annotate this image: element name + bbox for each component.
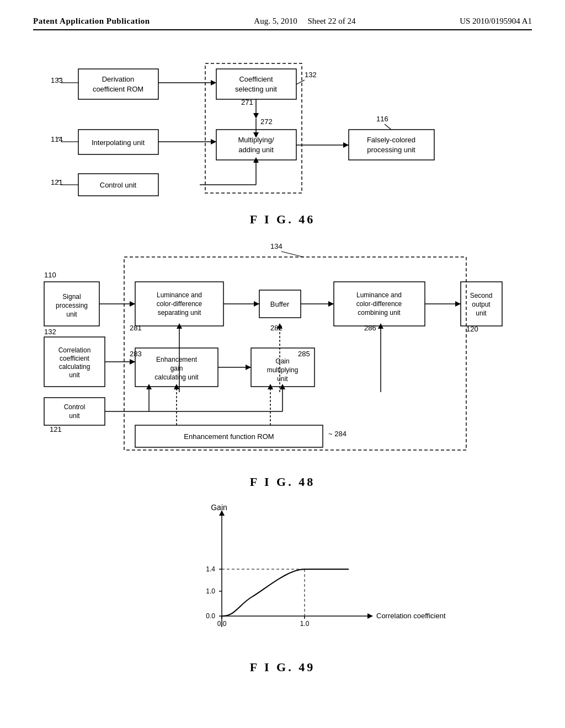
svg-text:⌐: ⌐ <box>57 176 61 184</box>
fig48-label: F I G. 48 <box>33 475 532 489</box>
svg-text:combining unit: combining unit <box>358 309 401 317</box>
svg-text:Correlation: Correlation <box>58 346 91 354</box>
fig46-diagram: Derivation coefficient ROM 133 ⌐ Coeffic… <box>34 47 531 207</box>
svg-text:Correlation coefficient: Correlation coefficient <box>376 612 446 620</box>
fig46-label: F I G. 46 <box>33 212 532 227</box>
svg-line-12 <box>296 80 305 84</box>
svg-text:286: 286 <box>364 324 376 332</box>
svg-text:120: 120 <box>466 325 478 333</box>
svg-marker-54 <box>130 301 135 307</box>
fig49-diagram: Gain Correlation coefficient 0.0 1.0 1.4… <box>117 500 448 655</box>
svg-marker-60 <box>254 301 259 307</box>
svg-text:selecting unit: selecting unit <box>235 85 277 93</box>
svg-text:Falsely-colored: Falsely-colored <box>367 136 415 144</box>
svg-text:110: 110 <box>44 271 56 279</box>
svg-text:multiplying: multiplying <box>267 366 299 374</box>
svg-text:1.0: 1.0 <box>300 620 310 628</box>
fig48-section: 134 Signal processing unit 110 Luminance… <box>33 238 532 489</box>
svg-text:272: 272 <box>260 117 273 126</box>
svg-text:116: 116 <box>376 115 388 123</box>
svg-text:Control: Control <box>64 403 86 411</box>
svg-rect-31 <box>349 130 434 160</box>
svg-text:Enhancement: Enhancement <box>156 356 198 363</box>
svg-text:0.0: 0.0 <box>217 620 227 628</box>
svg-text:Gain: Gain <box>275 357 289 365</box>
svg-text:unit: unit <box>69 412 80 420</box>
svg-text:color-difference: color-difference <box>356 300 402 308</box>
svg-text:unit: unit <box>69 371 80 379</box>
svg-rect-47 <box>124 257 466 450</box>
svg-text:Second: Second <box>470 292 493 299</box>
svg-text:unit: unit <box>476 309 487 317</box>
svg-text:281: 281 <box>130 324 142 332</box>
svg-text:Luminance and: Luminance and <box>157 291 202 299</box>
svg-text:⌐: ⌐ <box>57 133 61 141</box>
fig48-diagram: 134 Signal processing unit 110 Luminance… <box>33 238 541 469</box>
svg-text:Derivation: Derivation <box>102 75 135 83</box>
svg-text:⌐: ⌐ <box>57 74 61 82</box>
svg-text:132: 132 <box>44 328 56 336</box>
svg-text:Luminance and: Luminance and <box>356 291 402 299</box>
svg-marker-30 <box>343 142 349 148</box>
svg-text:121: 121 <box>50 425 62 433</box>
svg-text:134: 134 <box>270 242 282 250</box>
svg-text:Enhancement function ROM: Enhancement function ROM <box>184 432 274 441</box>
header-sheet: Sheet 22 of 24 <box>307 17 355 25</box>
header-date: Aug. 5, 2010 <box>254 17 297 25</box>
svg-rect-8 <box>216 69 296 99</box>
svg-text:calculating unit: calculating unit <box>154 373 199 381</box>
svg-marker-70 <box>455 301 461 307</box>
svg-text:283: 283 <box>130 350 142 358</box>
page: Patent Application Publication Aug. 5, 2… <box>0 0 565 728</box>
svg-text:0.0: 0.0 <box>206 612 215 620</box>
svg-line-35 <box>385 124 391 130</box>
svg-text:gain: gain <box>170 365 183 372</box>
svg-marker-25 <box>211 139 216 144</box>
svg-text:Coefficient: Coefficient <box>239 75 273 83</box>
svg-text:calculating: calculating <box>59 363 90 371</box>
svg-rect-0 <box>78 69 158 99</box>
svg-text:Buffer: Buffer <box>270 300 290 308</box>
svg-marker-100 <box>246 365 251 370</box>
svg-marker-94 <box>130 359 135 365</box>
svg-marker-15 <box>253 113 259 119</box>
svg-text:unit: unit <box>277 375 288 383</box>
svg-text:132: 132 <box>305 71 317 79</box>
header-publication: Patent Application Publication <box>33 17 150 26</box>
svg-text:Signal: Signal <box>62 293 81 301</box>
svg-text:~ 284: ~ 284 <box>328 430 347 438</box>
svg-text:output: output <box>472 301 491 308</box>
svg-text:unit: unit <box>66 311 77 318</box>
page-header: Patent Application Publication Aug. 5, 2… <box>33 17 532 30</box>
svg-text:Multiplying/: Multiplying/ <box>238 136 274 144</box>
fig49-section: Gain Correlation coefficient 0.0 1.0 1.4… <box>33 500 532 675</box>
svg-line-46 <box>281 251 303 257</box>
svg-marker-127 <box>367 613 373 619</box>
svg-marker-64 <box>328 301 334 307</box>
svg-text:Gain: Gain <box>211 503 227 512</box>
svg-text:coefficient: coefficient <box>60 355 89 362</box>
svg-text:1.0: 1.0 <box>206 587 215 595</box>
fig46-section: Derivation coefficient ROM 133 ⌐ Coeffic… <box>33 47 532 227</box>
svg-text:Control unit: Control unit <box>100 181 137 189</box>
svg-text:271: 271 <box>241 98 253 106</box>
header-patent-number: US 2010/0195904 A1 <box>460 17 532 26</box>
svg-text:1.4: 1.4 <box>206 565 215 573</box>
svg-text:Interpolating unit: Interpolating unit <box>92 138 145 147</box>
svg-text:adding unit: adding unit <box>238 146 274 154</box>
svg-text:285: 285 <box>298 350 310 358</box>
svg-text:processing unit: processing unit <box>367 146 415 154</box>
svg-text:separating unit: separating unit <box>158 309 201 317</box>
svg-rect-105 <box>44 398 105 425</box>
svg-text:coefficient ROM: coefficient ROM <box>93 85 143 93</box>
fig49-label: F I G. 49 <box>33 660 532 675</box>
header-date-sheet: Aug. 5, 2010 Sheet 22 of 24 <box>254 17 355 26</box>
svg-text:processing: processing <box>56 302 88 309</box>
svg-marker-7 <box>211 80 216 85</box>
svg-text:color-difference: color-difference <box>157 300 202 308</box>
